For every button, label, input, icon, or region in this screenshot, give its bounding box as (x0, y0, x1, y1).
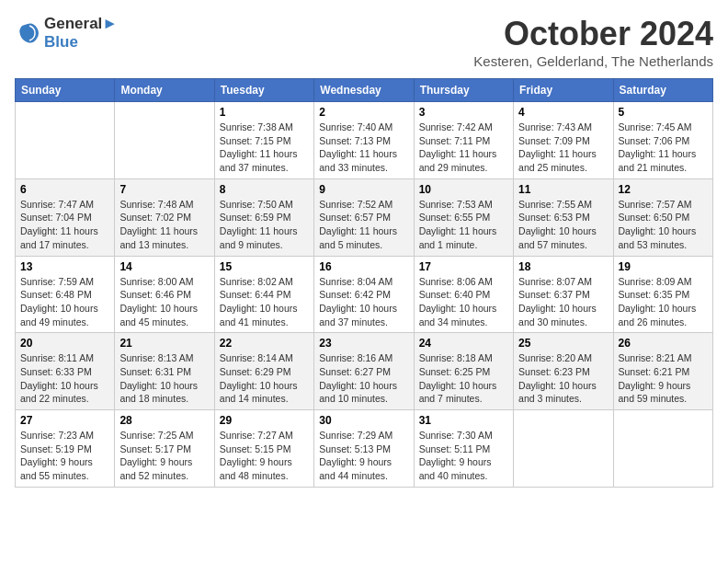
calendar-header-row: SundayMondayTuesdayWednesdayThursdayFrid… (16, 79, 713, 102)
calendar-week-row: 20Sunrise: 8:11 AM Sunset: 6:33 PM Dayli… (16, 333, 713, 410)
header-day-wednesday: Wednesday (314, 79, 414, 102)
header-day-saturday: Saturday (613, 79, 712, 102)
calendar-cell: 24Sunrise: 8:18 AM Sunset: 6:25 PM Dayli… (414, 333, 513, 410)
day-info: Sunrise: 7:23 AM Sunset: 5:19 PM Dayligh… (20, 429, 109, 483)
calendar-cell: 18Sunrise: 8:07 AM Sunset: 6:37 PM Dayli… (514, 256, 613, 333)
day-info: Sunrise: 7:29 AM Sunset: 5:13 PM Dayligh… (319, 429, 408, 483)
logo-text: General► Blue (44, 15, 118, 52)
day-number: 19 (619, 260, 708, 273)
calendar-cell: 27Sunrise: 7:23 AM Sunset: 5:19 PM Dayli… (16, 410, 115, 488)
calendar-cell (16, 102, 115, 179)
calendar-cell: 9Sunrise: 7:52 AM Sunset: 6:57 PM Daylig… (314, 178, 414, 256)
calendar-cell: 13Sunrise: 7:59 AM Sunset: 6:48 PM Dayli… (16, 256, 115, 333)
calendar-cell: 5Sunrise: 7:45 AM Sunset: 7:06 PM Daylig… (613, 102, 712, 179)
calendar-week-row: 6Sunrise: 7:47 AM Sunset: 7:04 PM Daylig… (16, 178, 713, 256)
day-info: Sunrise: 8:09 AM Sunset: 6:35 PM Dayligh… (619, 275, 708, 329)
calendar-cell: 31Sunrise: 7:30 AM Sunset: 5:11 PM Dayli… (414, 410, 513, 488)
day-info: Sunrise: 7:40 AM Sunset: 7:13 PM Dayligh… (319, 121, 408, 175)
calendar-cell: 26Sunrise: 8:21 AM Sunset: 6:21 PM Dayli… (613, 333, 712, 410)
day-info: Sunrise: 8:20 AM Sunset: 6:23 PM Dayligh… (518, 351, 608, 406)
day-number: 4 (518, 106, 608, 119)
title-section: October 2024 Kesteren, Gelderland, The N… (473, 15, 713, 69)
day-number: 25 (518, 337, 608, 350)
day-number: 6 (20, 183, 109, 196)
calendar-week-row: 27Sunrise: 7:23 AM Sunset: 5:19 PM Dayli… (16, 410, 713, 488)
calendar-cell: 17Sunrise: 8:06 AM Sunset: 6:40 PM Dayli… (414, 256, 513, 333)
day-info: Sunrise: 7:48 AM Sunset: 7:02 PM Dayligh… (119, 198, 209, 252)
calendar-cell: 1Sunrise: 7:38 AM Sunset: 7:15 PM Daylig… (214, 102, 313, 179)
day-info: Sunrise: 7:55 AM Sunset: 6:53 PM Dayligh… (518, 198, 608, 252)
day-info: Sunrise: 8:21 AM Sunset: 6:21 PM Dayligh… (619, 351, 708, 406)
calendar-cell: 2Sunrise: 7:40 AM Sunset: 7:13 PM Daylig… (314, 102, 414, 179)
day-info: Sunrise: 7:27 AM Sunset: 5:15 PM Dayligh… (220, 429, 309, 483)
day-number: 12 (619, 183, 708, 196)
day-number: 10 (419, 183, 508, 196)
day-info: Sunrise: 7:30 AM Sunset: 5:11 PM Dayligh… (419, 429, 508, 483)
day-number: 28 (119, 414, 209, 427)
day-number: 30 (319, 414, 408, 427)
calendar-cell: 10Sunrise: 7:53 AM Sunset: 6:55 PM Dayli… (414, 178, 513, 256)
day-info: Sunrise: 8:16 AM Sunset: 6:27 PM Dayligh… (319, 351, 408, 406)
day-number: 26 (619, 337, 708, 350)
day-info: Sunrise: 8:18 AM Sunset: 6:25 PM Dayligh… (419, 351, 508, 406)
day-info: Sunrise: 7:38 AM Sunset: 7:15 PM Dayligh… (220, 121, 309, 175)
month-title: October 2024 (473, 15, 713, 53)
calendar-table: SundayMondayTuesdayWednesdayThursdayFrid… (15, 78, 713, 488)
calendar-cell: 3Sunrise: 7:42 AM Sunset: 7:11 PM Daylig… (414, 102, 513, 179)
day-info: Sunrise: 7:47 AM Sunset: 7:04 PM Dayligh… (20, 198, 109, 252)
calendar-cell: 20Sunrise: 8:11 AM Sunset: 6:33 PM Dayli… (16, 333, 115, 410)
day-number: 31 (419, 414, 508, 427)
calendar-cell: 7Sunrise: 7:48 AM Sunset: 7:02 PM Daylig… (115, 178, 214, 256)
header-day-sunday: Sunday (16, 79, 115, 102)
calendar-week-row: 13Sunrise: 7:59 AM Sunset: 6:48 PM Dayli… (16, 256, 713, 333)
day-number: 17 (419, 260, 508, 273)
day-number: 3 (419, 106, 508, 119)
calendar-cell: 14Sunrise: 8:00 AM Sunset: 6:46 PM Dayli… (115, 256, 214, 333)
day-number: 9 (319, 183, 408, 196)
calendar-cell: 8Sunrise: 7:50 AM Sunset: 6:59 PM Daylig… (214, 178, 313, 256)
day-number: 18 (518, 260, 608, 273)
day-info: Sunrise: 7:25 AM Sunset: 5:17 PM Dayligh… (119, 429, 209, 483)
day-number: 15 (220, 260, 309, 273)
day-info: Sunrise: 7:45 AM Sunset: 7:06 PM Dayligh… (619, 121, 708, 175)
header-day-monday: Monday (115, 79, 214, 102)
calendar-cell: 15Sunrise: 8:02 AM Sunset: 6:44 PM Dayli… (214, 256, 313, 333)
day-info: Sunrise: 8:11 AM Sunset: 6:33 PM Dayligh… (20, 351, 109, 406)
day-number: 24 (419, 337, 508, 350)
day-info: Sunrise: 7:42 AM Sunset: 7:11 PM Dayligh… (419, 121, 508, 175)
day-number: 16 (319, 260, 408, 273)
day-info: Sunrise: 8:07 AM Sunset: 6:37 PM Dayligh… (518, 275, 608, 329)
calendar-cell (613, 410, 712, 488)
day-info: Sunrise: 8:13 AM Sunset: 6:31 PM Dayligh… (119, 351, 209, 406)
day-number: 21 (119, 337, 209, 350)
calendar-week-row: 1Sunrise: 7:38 AM Sunset: 7:15 PM Daylig… (16, 102, 713, 179)
location-subtitle: Kesteren, Gelderland, The Netherlands (473, 53, 713, 69)
day-number: 14 (119, 260, 209, 273)
day-number: 1 (220, 106, 309, 119)
calendar-cell: 19Sunrise: 8:09 AM Sunset: 6:35 PM Dayli… (613, 256, 712, 333)
day-number: 27 (20, 414, 109, 427)
calendar-cell: 16Sunrise: 8:04 AM Sunset: 6:42 PM Dayli… (314, 256, 414, 333)
header-day-tuesday: Tuesday (214, 79, 313, 102)
day-info: Sunrise: 7:59 AM Sunset: 6:48 PM Dayligh… (20, 275, 109, 329)
calendar-cell: 25Sunrise: 8:20 AM Sunset: 6:23 PM Dayli… (514, 333, 613, 410)
day-info: Sunrise: 7:53 AM Sunset: 6:55 PM Dayligh… (419, 198, 508, 252)
day-number: 2 (319, 106, 408, 119)
logo-icon (15, 20, 40, 46)
day-info: Sunrise: 7:50 AM Sunset: 6:59 PM Dayligh… (220, 198, 309, 252)
calendar-cell: 21Sunrise: 8:13 AM Sunset: 6:31 PM Dayli… (115, 333, 214, 410)
header-day-thursday: Thursday (414, 79, 513, 102)
calendar-cell: 23Sunrise: 8:16 AM Sunset: 6:27 PM Dayli… (314, 333, 414, 410)
day-number: 11 (518, 183, 608, 196)
calendar-cell: 6Sunrise: 7:47 AM Sunset: 7:04 PM Daylig… (16, 178, 115, 256)
day-number: 8 (220, 183, 309, 196)
logo: General► Blue (15, 15, 118, 52)
calendar-cell: 29Sunrise: 7:27 AM Sunset: 5:15 PM Dayli… (214, 410, 313, 488)
page-header: General► Blue October 2024 Kesteren, Gel… (15, 15, 713, 69)
calendar-cell (115, 102, 214, 179)
day-number: 22 (220, 337, 309, 350)
calendar-cell: 11Sunrise: 7:55 AM Sunset: 6:53 PM Dayli… (514, 178, 613, 256)
day-info: Sunrise: 8:14 AM Sunset: 6:29 PM Dayligh… (220, 351, 309, 406)
day-info: Sunrise: 8:00 AM Sunset: 6:46 PM Dayligh… (119, 275, 209, 329)
calendar-cell: 4Sunrise: 7:43 AM Sunset: 7:09 PM Daylig… (514, 102, 613, 179)
